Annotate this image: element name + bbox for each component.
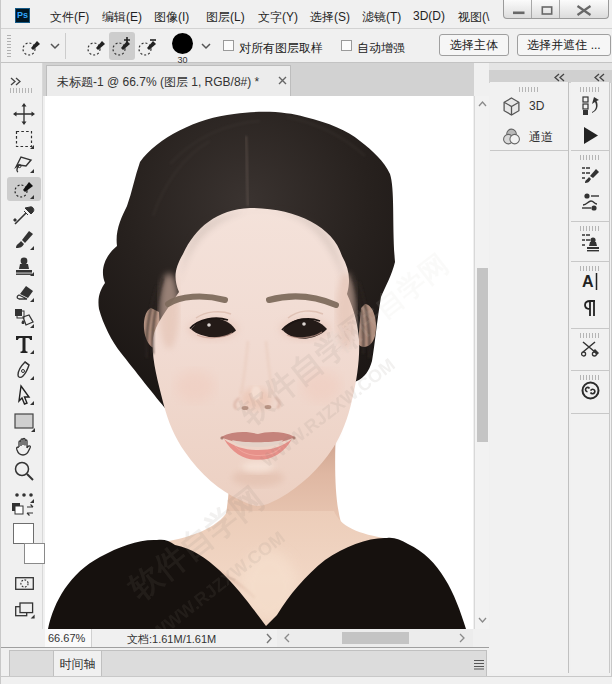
svg-text:A: A (582, 273, 594, 290)
